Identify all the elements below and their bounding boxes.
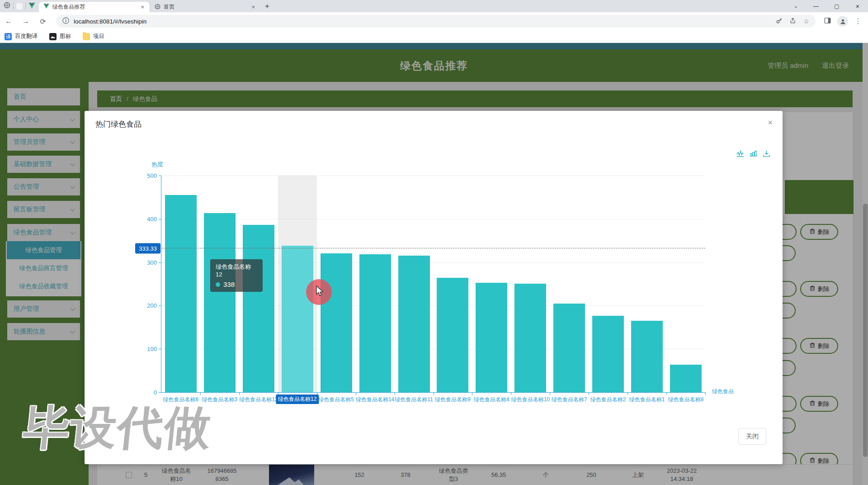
browser-tabstrip: 绿色食品推荐 × 首页 × + ⌄ — ▢ × <box>0 0 868 12</box>
divider <box>13 3 14 10</box>
bookmark-label: 图标 <box>60 33 71 40</box>
share-icon[interactable] <box>789 17 797 26</box>
tooltip-series-name: 绿色食品名称12 <box>216 263 257 278</box>
pinned-tabs <box>0 0 39 12</box>
bookmark-label: 百度翻译 <box>15 33 38 40</box>
bar-绿色食品名称3[interactable] <box>204 213 236 392</box>
browser-addressbar: ← → ⟳ localhost:8081/#/lvseshipin ☆ ⋮ <box>0 12 868 30</box>
bookmark-item[interactable]: 图标 <box>49 33 71 40</box>
tab-title: 绿色食品推荐 <box>52 3 140 11</box>
bookmark-label: 项目 <box>93 33 104 40</box>
bar-绿色食品名称10[interactable] <box>514 284 546 392</box>
bar-绿色食品名称1[interactable] <box>631 321 663 392</box>
bar-绿色食品名称4[interactable] <box>476 283 507 392</box>
bar-绿色食品名称13[interactable] <box>243 225 274 392</box>
tooltip-series-dot <box>216 282 220 287</box>
gridline <box>161 176 705 176</box>
watermark-text: 毕设代做 <box>20 397 215 459</box>
marker-value-badge: 333.33 <box>135 243 160 253</box>
globe-icon[interactable] <box>4 2 10 10</box>
y-axis-tick <box>159 262 161 263</box>
bar-绿色食品名称11[interactable] <box>398 256 430 392</box>
chart-toolbox <box>736 149 771 158</box>
bar-绿色食品名称2[interactable] <box>592 316 624 392</box>
divider <box>25 3 26 10</box>
y-axis-label: 100 <box>147 346 157 352</box>
tab-close-icon[interactable]: × <box>140 4 145 10</box>
browser-tab[interactable]: 首页 × <box>150 2 260 12</box>
browser-tab-active[interactable]: 绿色食品推荐 × <box>39 2 150 12</box>
line-chart-icon[interactable] <box>736 149 745 158</box>
x-axis-label: 绿色食品名称4 <box>474 396 509 404</box>
bar-绿色食品名称5[interactable] <box>321 253 352 392</box>
vue-icon <box>43 4 49 10</box>
dialog-title: 热门绿色食品 <box>95 119 142 129</box>
tab-title: 首页 <box>164 3 250 11</box>
bar-绿色食品名称6[interactable] <box>165 195 197 392</box>
y-axis-tick <box>159 219 161 219</box>
screen: 绿色食品推荐 × 首页 × + ⌄ — ▢ × ← → ⟳ localhost:… <box>0 0 868 485</box>
marker-dashed-line: 333.33 <box>161 248 705 248</box>
y-axis-line <box>161 176 161 392</box>
blank-favicon[interactable] <box>16 3 23 10</box>
translate-icon: 译 <box>5 33 12 40</box>
url-text[interactable]: localhost:8081/#/lvseshipin <box>74 18 769 25</box>
x-axis-label: 绿色食品名称14 <box>356 396 394 404</box>
gridline <box>161 219 705 219</box>
tooltip-value: 338 <box>223 281 235 288</box>
y-axis-label: 500 <box>147 172 157 179</box>
globe-icon <box>155 4 160 11</box>
x-axis-label: 绿色食品名称11 <box>395 396 433 404</box>
tab-close-icon[interactable]: × <box>250 4 256 10</box>
y-axis-name: 热度 <box>151 161 163 169</box>
x-axis-label: 绿色食品名称8 <box>668 396 704 404</box>
vue-icon[interactable] <box>28 2 35 10</box>
y-axis-tick <box>159 392 161 393</box>
password-key-icon[interactable] <box>775 17 783 26</box>
bar-绿色食品名称9[interactable] <box>437 278 468 392</box>
bar-绿色食品名称14[interactable] <box>359 254 391 392</box>
browser-menu-kebab-icon[interactable]: ⋮ <box>851 17 865 25</box>
new-tab-button[interactable]: + <box>265 2 269 11</box>
x-axis-label: 绿色食品名称12 <box>276 395 319 404</box>
minimize-button[interactable]: — <box>806 3 826 10</box>
bookmarks-bar: 译 百度翻译 图标 项目 <box>0 30 868 43</box>
y-axis-label: 200 <box>147 302 157 309</box>
x-axis-label: 绿色食品名称9 <box>435 396 471 404</box>
y-axis-tick <box>159 176 161 176</box>
page-info-icon[interactable] <box>62 17 69 26</box>
x-axis-label: 绿色食品名称2 <box>590 396 626 404</box>
bar-绿色食品名称7[interactable] <box>553 304 585 392</box>
y-axis-label: 400 <box>147 215 157 222</box>
dialog-close-button[interactable]: 关闭 <box>738 428 766 445</box>
bar-绿色食品名称8[interactable] <box>670 365 702 392</box>
bookmark-item[interactable]: 译 百度翻译 <box>5 33 38 40</box>
bar-绿色食品名称12[interactable] <box>282 246 313 392</box>
bar-chart-icon[interactable] <box>749 149 758 158</box>
back-icon[interactable]: ← <box>0 17 17 25</box>
x-axis-label: 绿色食品名称10 <box>511 396 550 404</box>
x-axis-name: 绿色食品 <box>712 388 734 395</box>
bookmark-item[interactable]: 项目 <box>83 33 104 40</box>
folder-icon <box>83 33 90 40</box>
y-axis-label: 0 <box>154 389 157 396</box>
download-icon[interactable] <box>762 149 771 158</box>
mouse-cursor-icon <box>316 285 326 299</box>
dialog-close-icon[interactable]: × <box>768 118 773 128</box>
image-icon <box>49 33 57 40</box>
y-axis-tick <box>159 305 161 306</box>
maximize-button[interactable]: ▢ <box>826 3 847 10</box>
side-panel-icon[interactable] <box>820 17 835 26</box>
url-field[interactable]: localhost:8081/#/lvseshipin ☆ <box>56 15 816 28</box>
reload-icon[interactable]: ⟳ <box>34 17 52 26</box>
bookmark-star-icon[interactable]: ☆ <box>803 18 809 25</box>
x-axis-tick <box>705 392 706 395</box>
close-window-button[interactable]: × <box>847 2 868 10</box>
x-axis-label: 绿色食品名称5 <box>318 396 354 404</box>
y-axis-tick <box>159 349 161 349</box>
window-controls: — ▢ × <box>806 0 868 12</box>
x-axis-line <box>161 392 705 393</box>
forward-icon[interactable]: → <box>17 17 34 25</box>
tab-search-chevron-icon[interactable]: ⌄ <box>794 0 798 12</box>
profile-avatar[interactable] <box>837 16 848 27</box>
